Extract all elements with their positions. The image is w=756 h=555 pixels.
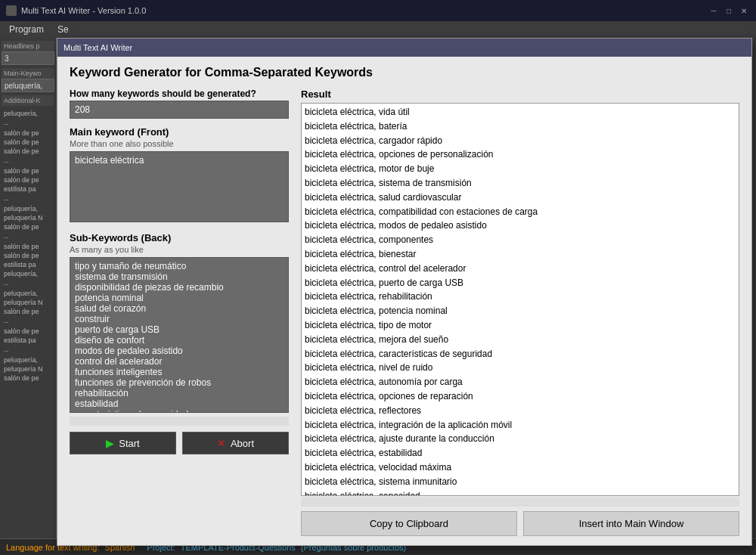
insert-main-window-button[interactable]: Insert into Main Window [523, 511, 739, 536]
result-list-item: bicicleta eléctrica, control del acelera… [305, 262, 736, 276]
sidebar-headlines-label: Headlines p [2, 41, 54, 51]
result-list-item: bicicleta eléctrica, tipo de motor [305, 318, 736, 333]
sidebar-item: peluquería N [2, 298, 54, 307]
result-list-item: bicicleta eléctrica, rehabilitación [305, 290, 736, 304]
sidebar-item: salón de pe [2, 307, 54, 316]
sidebar-additional-label: Additional-K [2, 95, 54, 106]
subkeywords-label: Sub-Keywords (Back) [70, 232, 289, 243]
result-list-item: bicicleta eléctrica, opciones de reparac… [305, 389, 736, 404]
dialog-app-title: Multi Text AI Writer [64, 43, 132, 52]
result-list-item: bicicleta eléctrica, potencia nominal [305, 304, 736, 318]
sidebar-headlines-section: Headlines p [2, 41, 54, 65]
start-label: Start [119, 438, 139, 449]
sidebar-item: salón de pe [2, 374, 54, 383]
abort-icon: ✕ [217, 437, 226, 449]
sidebar-item: peluquería, [2, 355, 54, 364]
result-list-item: bicicleta eléctrica, reflectores [305, 404, 736, 418]
sidebar-item: estilista pa [2, 184, 54, 194]
sidebar-item: peluquería N [2, 213, 54, 222]
keyword-generator-dialog: Multi Text AI Writer Keyword Generator f… [57, 38, 752, 546]
result-list-item: bicicleta eléctrica, cargador rápido [305, 134, 736, 148]
sidebar-item: peluquería, [2, 269, 54, 278]
sidebar-item: salón de pe [2, 327, 54, 336]
count-input[interactable] [70, 101, 289, 119]
sidebar-item: salón de pe [2, 138, 54, 147]
title-bar: Multi Text AI Writer - Version 1.0.0 ─ □… [0, 0, 756, 21]
result-list[interactable]: bicicleta eléctrica, vida útilbicicleta … [301, 103, 739, 496]
sidebar-item: estilista pa [2, 260, 54, 269]
result-list-item: bicicleta eléctrica, ajuste durante la c… [305, 432, 736, 446]
sidebar-item: peluquería, [2, 109, 54, 118]
start-abort-buttons: ▶ Start ✕ Abort [70, 432, 289, 454]
sidebar-mainkw-label: Main-Keywo [2, 68, 54, 79]
close-button[interactable]: ✕ [738, 5, 750, 17]
start-icon: ▶ [106, 437, 114, 449]
sidebar-item: peluquería N [2, 364, 54, 374]
sidebar-divider: -- [2, 157, 11, 166]
result-list-item: bicicleta eléctrica, salud cardiovascula… [305, 191, 736, 205]
sidebar-items-list: peluquería,--salón de pesalón de pesalón… [2, 109, 54, 383]
dialog-content: Keyword Generator for Comma-Separated Ke… [57, 57, 751, 545]
minimize-button[interactable]: ─ [708, 5, 720, 17]
dialog-titlebar: Multi Text AI Writer [57, 39, 751, 57]
main-keyword-sublabel: More than one also possible [70, 139, 289, 148]
start-button[interactable]: ▶ Start [70, 432, 176, 454]
sidebar: Headlines p Main-Keywo Additional-K pelu… [0, 38, 57, 555]
menu-bar: Program Se [0, 21, 756, 38]
result-list-item: bicicleta eléctrica, sistema de transmis… [305, 176, 736, 191]
result-label: Result [301, 88, 739, 100]
result-hscroll[interactable] [301, 498, 739, 507]
result-list-item: bicicleta eléctrica, batería [305, 119, 736, 134]
sidebar-item: peluquería, [2, 204, 54, 213]
subkeywords-sublabel: As many as you like [70, 245, 289, 254]
sidebar-item: salón de pe [2, 251, 54, 260]
maximize-button[interactable]: □ [723, 5, 735, 17]
sidebar-item: salón de pe [2, 129, 54, 138]
subkeywords-textarea[interactable] [70, 257, 289, 413]
main-keyword-textarea[interactable] [70, 151, 289, 222]
subkeywords-group: Sub-Keywords (Back) As many as you like [70, 232, 289, 426]
result-list-item: bicicleta eléctrica, modos de pedaleo as… [305, 219, 736, 233]
result-list-item: bicicleta eléctrica, autonomía por carga [305, 375, 736, 389]
abort-button[interactable]: ✕ Abort [182, 432, 289, 454]
result-list-item: bicicleta eléctrica, velocidad máxima [305, 460, 736, 475]
sidebar-divider: -- [2, 119, 11, 129]
sidebar-divider: -- [2, 279, 11, 289]
result-list-item: bicicleta eléctrica, motor de buje [305, 162, 736, 176]
sidebar-divider: -- [2, 232, 11, 242]
menu-se[interactable]: Se [51, 23, 75, 36]
count-label: How many keywords should be generated? [70, 88, 289, 99]
sidebar-mainkw-input[interactable] [2, 79, 54, 92]
sidebar-mainkw-section: Main-Keywo [2, 68, 54, 92]
sidebar-item: estilista pa [2, 336, 54, 345]
result-list-item: bicicleta eléctrica, puerto de carga USB [305, 276, 736, 290]
copy-to-clipboard-button[interactable]: Copy to Clipboard [301, 511, 517, 536]
action-buttons: Copy to Clipboard Insert into Main Windo… [301, 511, 739, 536]
result-list-item: bicicleta eléctrica, nivel de ruido [305, 361, 736, 375]
main-keyword-label: Main keyword (Front) [70, 126, 289, 138]
dialog-right-column: Result bicicleta eléctrica, vida útilbic… [301, 88, 739, 536]
result-list-item: bicicleta eléctrica, bienestar [305, 247, 736, 262]
sidebar-item: salón de pe [2, 175, 54, 184]
abort-label: Abort [231, 438, 254, 449]
result-list-item: bicicleta eléctrica, compatibilidad con … [305, 205, 736, 219]
sidebar-item: salón de pe [2, 166, 54, 175]
dialog-columns: How many keywords should be generated? M… [70, 88, 739, 536]
count-field-group: How many keywords should be generated? [70, 88, 289, 119]
sidebar-divider: -- [2, 346, 11, 355]
menu-program[interactable]: Program [3, 23, 50, 36]
sidebar-additional-section: Additional-K [2, 95, 54, 106]
main-keyword-group: Main keyword (Front) More than one also … [70, 126, 289, 225]
title-bar-controls: ─ □ ✕ [708, 5, 750, 17]
sidebar-headlines-input[interactable] [2, 51, 54, 65]
result-list-item: bicicleta eléctrica, mejora del sueño [305, 333, 736, 347]
sidebar-item: salón de pe [2, 147, 54, 156]
app-title: Multi Text AI Writer - Version 1.0.0 [21, 6, 146, 15]
result-list-item: bicicleta eléctrica, integración de la a… [305, 418, 736, 433]
dialog-left-column: How many keywords should be generated? M… [70, 88, 289, 536]
result-list-item: bicicleta eléctrica, capacidad [305, 489, 736, 496]
result-list-item: bicicleta eléctrica, opciones de persona… [305, 147, 736, 162]
result-list-item: bicicleta eléctrica, estabilidad [305, 446, 736, 460]
dialog-main-title: Keyword Generator for Comma-Separated Ke… [70, 66, 739, 79]
subkeywords-hscroll[interactable] [70, 417, 289, 426]
